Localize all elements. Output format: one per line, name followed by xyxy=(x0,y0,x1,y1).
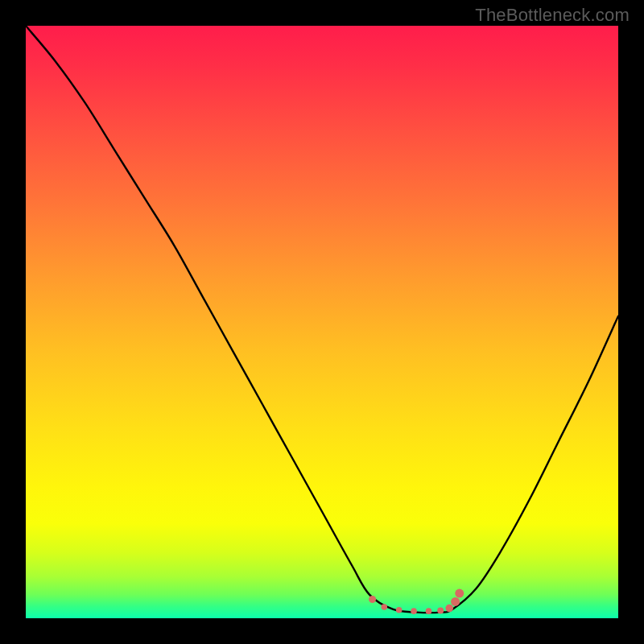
highlight-dot xyxy=(451,597,460,606)
highlight-dot xyxy=(381,604,387,610)
highlight-dot xyxy=(445,605,453,613)
highlight-dot xyxy=(411,608,417,614)
watermark-text: TheBottleneck.com xyxy=(475,5,630,26)
highlight-dot xyxy=(426,608,432,614)
highlight-dot xyxy=(455,589,464,598)
highlight-markers xyxy=(26,26,618,618)
highlight-dot xyxy=(396,607,402,613)
highlight-dot xyxy=(437,607,444,613)
highlight-dot xyxy=(369,596,376,603)
chart-frame: TheBottleneck.com xyxy=(0,0,644,644)
plot-area xyxy=(26,26,618,618)
